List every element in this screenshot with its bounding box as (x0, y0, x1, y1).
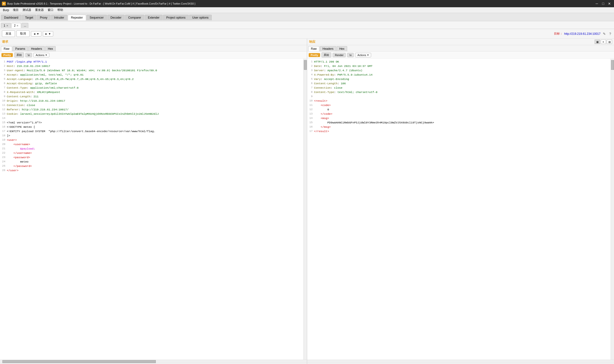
table-row: 6Content-Length: 106 (307, 81, 611, 86)
table-row: 22 </username> (0, 151, 303, 155)
tab-dashboard[interactable]: Dashboard (1, 15, 22, 20)
table-row: 20 <username> (0, 142, 303, 147)
tab-repeater[interactable]: Repeater (68, 15, 86, 21)
response-pretty-btn[interactable]: Pretty (309, 53, 320, 57)
request-format-bar: Pretty 原始 \n Actions ▼ (0, 52, 307, 59)
close-tab-2-icon[interactable]: ✕ (16, 24, 18, 27)
response-tab-hex[interactable]: Hex (336, 46, 347, 51)
table-row: 12Referer: http://219.219.61.234:10017/ (0, 107, 303, 112)
actions-chevron-icon: ▼ (45, 54, 47, 56)
tab-target[interactable]: Target (22, 15, 36, 20)
tab-proxy[interactable]: Proxy (37, 15, 51, 20)
table-row: 13Cookie: laravel_session=eyJpdilI6InYwV… (0, 112, 303, 116)
minimize-button[interactable]: ─ (594, 1, 600, 6)
view-grid-btn[interactable]: ▦ (595, 39, 600, 44)
request-code-area[interactable]: 1POST /login.php HTTP/1.12Host: 219.219.… (0, 59, 303, 360)
request-pane-header: 请求 (0, 39, 307, 45)
request-tab-raw[interactable]: Raw (1, 46, 12, 51)
response-tab-headers[interactable]: Headers (320, 46, 336, 51)
response-hscroll[interactable] (307, 360, 614, 363)
request-raw-btn[interactable]: 原始 (14, 52, 24, 57)
table-row: 8X-Requested-With: XMLHttpRequest (0, 90, 303, 94)
window-title: Burp Suite Professional v2020.9.1 - Temp… (7, 2, 195, 5)
tab-intruder[interactable]: Intruder (51, 15, 67, 20)
table-row: 13 </code> (307, 112, 611, 116)
repeater-tab-2[interactable]: 2 ✕ (11, 23, 21, 28)
table-row: 4X-Powered-By: PHP/5.5.9-1ubuntu4.14 (307, 73, 611, 77)
request-actions-btn[interactable]: Actions ▼ (33, 53, 49, 57)
cancel-button[interactable]: 取消 (16, 30, 29, 37)
toolbar: 发送 取消 ◄ ▼ ► ▼ 目标： http://219.219.61.234:… (0, 29, 614, 39)
close-tab-1-icon[interactable]: ✕ (6, 24, 8, 27)
tab-decoder[interactable]: Decoder (107, 15, 125, 20)
table-row: 26</user> (0, 168, 303, 173)
response-pane-content: 1HTTP/1.1 200 OK2Date: Fri, 04 Jun 2021 … (307, 59, 614, 360)
menu-project[interactable]: 项目 (11, 8, 21, 13)
table-row: 15 PD9waHANCiRmbGFnPSJjdWl0Y3Rme3h4Mi9pc… (307, 120, 611, 125)
response-raw-btn[interactable]: 原始 (321, 52, 331, 57)
response-pane: 响应 ▦ ≡ ▤ Raw Headers Hex Pretty 原始 Rende… (307, 39, 614, 364)
response-sub-tab-bar: Raw Headers Hex (307, 45, 614, 52)
table-row: 9Content-Length: 211 (0, 94, 303, 99)
response-tab-raw[interactable]: Raw (308, 46, 319, 51)
repeater-tab-1[interactable]: 1 ✕ (1, 23, 11, 28)
view-compact-btn[interactable]: ▤ (607, 39, 612, 44)
menu-help[interactable]: 帮助 (56, 8, 65, 13)
main-area: 请求 Raw Params Headers Hex Pretty 原始 \n A… (0, 39, 614, 364)
menu-scanner[interactable]: 测试器 (21, 8, 33, 13)
table-row: 25 </password> (0, 164, 303, 168)
edit-target-button[interactable]: ✎ (602, 31, 607, 36)
table-row: 24 meteo (0, 160, 303, 164)
table-row: 23 <password> (0, 155, 303, 160)
response-code-area[interactable]: 1HTTP/1.1 200 OK2Date: Fri, 04 Jun 2021 … (307, 59, 611, 360)
table-row: 11 <code> (307, 103, 611, 107)
response-vscroll[interactable] (611, 59, 614, 360)
table-row: 14 <msg> (307, 116, 611, 120)
request-tab-hex[interactable]: Hex (45, 46, 56, 51)
close-button[interactable]: ✕ (607, 1, 612, 6)
menu-burp[interactable]: Burp (1, 8, 11, 12)
response-actions-chevron-icon: ▼ (367, 54, 369, 56)
tab-sequencer[interactable]: Sequencer (87, 15, 107, 20)
title-bar: B Burp Suite Professional v2020.9.1 - Te… (0, 0, 614, 7)
tab-user-options[interactable]: User options (189, 15, 212, 20)
table-row: 14 (0, 116, 303, 120)
request-tab-headers[interactable]: Headers (28, 46, 44, 51)
table-row: 1POST /login.php HTTP/1.1 (0, 60, 303, 64)
request-label: 请求 (2, 39, 8, 44)
maximize-button[interactable]: □ (600, 1, 606, 6)
send-button[interactable]: 发送 (2, 30, 15, 37)
table-row: 9 (307, 94, 611, 99)
response-render-btn[interactable]: Render (333, 53, 346, 57)
table-row: 3User-Agent: Mozilla/5.0 (Windows NT 10.… (0, 68, 303, 73)
next-button[interactable]: ► ▼ (43, 31, 53, 37)
tab-extender[interactable]: Extender (145, 15, 163, 20)
table-row: 1HTTP/1.1 200 OK (307, 60, 611, 64)
tab-comparer[interactable]: Comparer (125, 15, 144, 20)
request-vscroll[interactable] (303, 59, 307, 360)
request-pane-content: 1POST /login.php HTTP/1.12Host: 219.219.… (0, 59, 307, 360)
table-row: 2Host: 219.219.61.234:10017 (0, 64, 303, 68)
table-row: 4Accept: application/xml, text/xml, */*;… (0, 73, 303, 77)
repeater-tab-bar: 1 ✕ 2 ✕ ... (0, 21, 614, 29)
top-tab-bar: Dashboard Target Proxy Intruder Repeater… (0, 13, 614, 21)
request-tab-params[interactable]: Params (13, 46, 28, 51)
table-row: 5Accept-Language: zh-CN,zh;q=0.8,zh-TW;q… (0, 77, 303, 81)
response-view-controls: ▦ ≡ ▤ (595, 39, 612, 44)
menu-repeater[interactable]: 重发器 (33, 8, 46, 13)
view-lines-btn[interactable]: ≡ (601, 39, 606, 44)
help-button[interactable]: ? (608, 31, 612, 36)
menu-window[interactable]: 窗口 (46, 8, 56, 13)
more-tabs-button[interactable]: ... (22, 23, 28, 28)
request-search-bar: ? ⚙ ← → 没有匹配 (0, 363, 307, 364)
response-actions-btn[interactable]: Actions ▼ (355, 53, 371, 57)
prev-button[interactable]: ◄ ▼ (31, 31, 41, 37)
target-label: 目标： (554, 32, 563, 36)
table-row: 17</result> (307, 129, 611, 134)
request-newline-btn[interactable]: \n (25, 53, 32, 57)
response-newline-btn[interactable]: \n (347, 53, 354, 57)
tab-project-options[interactable]: Project options (163, 15, 188, 20)
table-row: 7Connection: close (307, 86, 611, 90)
request-pretty-btn[interactable]: Pretty (1, 53, 13, 57)
request-hscroll[interactable] (0, 360, 307, 363)
